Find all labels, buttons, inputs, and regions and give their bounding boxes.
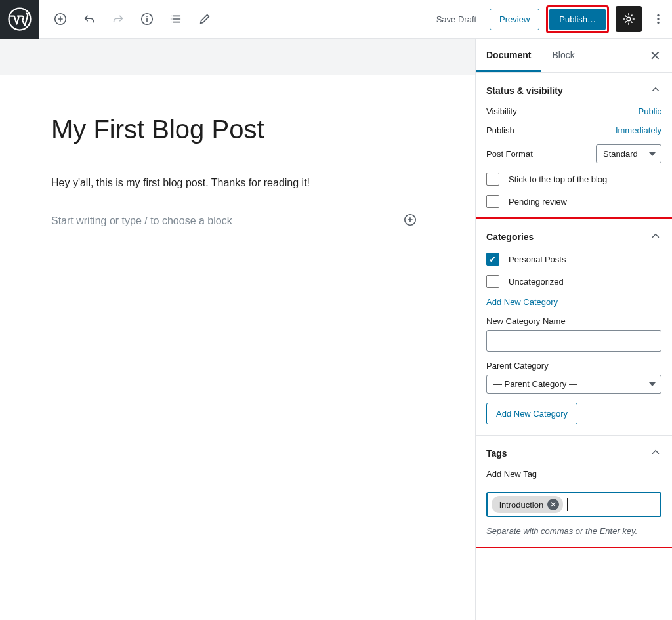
post-format-select[interactable]: Standard: [596, 144, 662, 163]
more-vertical-icon: [651, 12, 665, 26]
tag-remove-button[interactable]: ✕: [547, 499, 559, 510]
add-block-button[interactable]: [46, 5, 75, 33]
add-category-link[interactable]: Add New Category: [486, 297, 662, 307]
block-placeholder-text: Start writing or type / to choose a bloc…: [51, 215, 232, 227]
category-label: Uncategorized: [509, 277, 564, 287]
preview-button[interactable]: Preview: [490, 9, 539, 30]
category-checkbox-uncategorized[interactable]: [486, 275, 499, 288]
panel-tags: Tags Add New Tag introduction ✕ Separate…: [476, 436, 672, 547]
redo-button[interactable]: [104, 5, 133, 33]
text-cursor: [567, 498, 568, 511]
add-category-button[interactable]: Add New Category: [486, 403, 578, 424]
top-toolbar: Save Draft Preview Publish…: [0, 0, 672, 39]
highlighted-panels: Categories Personal Posts Uncategorized …: [475, 217, 672, 548]
sidebar-tabs: Document Block ✕: [476, 39, 672, 73]
outline-button[interactable]: [161, 5, 190, 33]
gear-icon: [621, 12, 636, 26]
save-draft-button[interactable]: Save Draft: [430, 9, 483, 30]
svg-point-6: [657, 22, 659, 24]
publish-highlight: Publish…: [546, 5, 609, 33]
post-format-label: Post Format: [486, 149, 533, 159]
settings-sidebar: Document Block ✕ Status & visibility Vis…: [475, 39, 672, 620]
stick-checkbox[interactable]: [486, 173, 499, 186]
tab-document[interactable]: Document: [476, 39, 541, 72]
panel-status-header[interactable]: Status & visibility: [486, 83, 662, 97]
publish-value-link[interactable]: Immediately: [616, 125, 662, 135]
parent-category-select[interactable]: — Parent Category —: [486, 375, 662, 394]
tag-helper-text: Separate with commas or the Enter key.: [486, 526, 662, 536]
editor-tools: [39, 5, 219, 33]
new-category-name-label: New Category Name: [486, 316, 662, 326]
pending-review-label: Pending review: [509, 197, 567, 207]
add-block-inline-button[interactable]: [403, 213, 417, 230]
stick-label: Stick to the top of the blog: [509, 175, 607, 184]
chevron-up-icon: [650, 83, 662, 97]
tag-chip-text: introduction: [499, 500, 543, 510]
visibility-label: Visibility: [486, 106, 517, 116]
panel-categories-header[interactable]: Categories: [486, 230, 662, 243]
wordpress-logo[interactable]: [0, 0, 39, 39]
chevron-up-icon: [650, 446, 662, 460]
panel-status-visibility: Status & visibility Visibility Public Pu…: [476, 73, 672, 219]
post-title-input[interactable]: My First Blog Post: [51, 115, 424, 144]
svg-point-3: [627, 17, 631, 21]
add-tag-label: Add New Tag: [486, 469, 662, 479]
plus-circle-icon: [53, 12, 68, 26]
pending-review-checkbox[interactable]: [486, 195, 499, 208]
editor-top-spacer: [0, 39, 475, 75]
more-menu-button[interactable]: [648, 6, 668, 32]
panel-categories: Categories Personal Posts Uncategorized …: [476, 219, 672, 436]
tag-input[interactable]: introduction ✕: [486, 492, 662, 517]
undo-icon: [82, 12, 96, 26]
post-paragraph[interactable]: Hey y'all, this is my first blog post. T…: [51, 177, 424, 189]
top-actions: Save Draft Preview Publish…: [430, 5, 672, 33]
category-label: Personal Posts: [509, 255, 566, 264]
close-sidebar-button[interactable]: ✕: [643, 44, 667, 68]
pencil-icon: [198, 12, 212, 26]
settings-button[interactable]: [616, 6, 642, 32]
list-icon: [169, 12, 183, 26]
undo-button[interactable]: [75, 5, 104, 33]
panel-categories-title: Categories: [486, 232, 534, 242]
close-icon: ✕: [550, 500, 556, 509]
tag-chip: introduction ✕: [492, 496, 563, 513]
info-icon: [140, 12, 154, 26]
wordpress-icon: [8, 7, 32, 31]
plus-circle-icon: [403, 213, 417, 227]
category-checkbox-personal[interactable]: [486, 253, 499, 266]
visibility-value-link[interactable]: Public: [639, 106, 662, 116]
tab-block[interactable]: Block: [541, 39, 585, 72]
new-category-name-input[interactable]: [486, 330, 662, 352]
parent-category-label: Parent Category: [486, 361, 662, 371]
publish-button[interactable]: Publish…: [549, 9, 606, 30]
edit-button[interactable]: [190, 5, 219, 33]
svg-point-4: [657, 14, 659, 16]
close-icon: ✕: [650, 49, 661, 63]
svg-point-5: [657, 18, 659, 20]
block-appender[interactable]: Start writing or type / to choose a bloc…: [51, 213, 424, 230]
content-info-button[interactable]: [133, 5, 161, 33]
panel-tags-header[interactable]: Tags: [486, 446, 662, 460]
editor-canvas: My First Blog Post Hey y'all, this is my…: [0, 39, 475, 620]
publish-label: Publish: [486, 125, 514, 135]
redo-icon: [111, 12, 125, 26]
chevron-up-icon: [650, 230, 662, 243]
panel-status-title: Status & visibility: [486, 85, 563, 96]
panel-tags-title: Tags: [486, 448, 507, 459]
